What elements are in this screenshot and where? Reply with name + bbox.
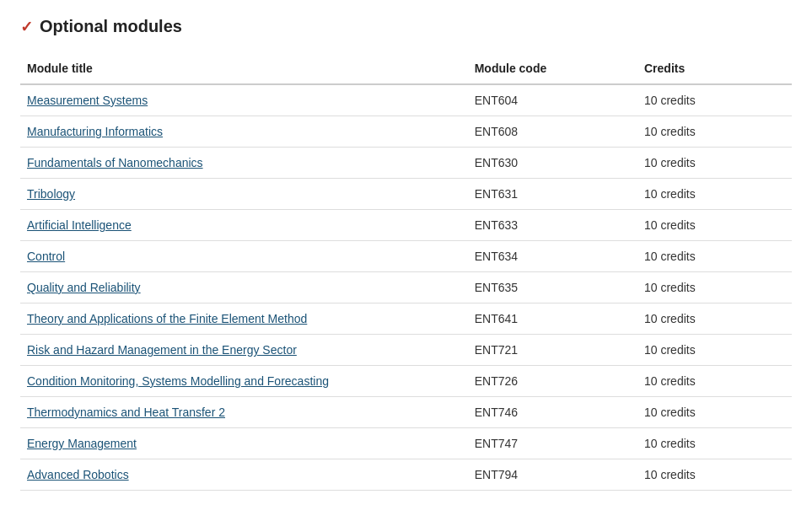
module-credits-cell: 10 credits — [637, 397, 792, 428]
module-code-cell: ENT631 — [468, 179, 637, 210]
module-credits-cell: 10 credits — [637, 335, 792, 366]
module-title-cell: Manufacturing Informatics — [20, 116, 468, 148]
module-title-link[interactable]: Condition Monitoring, Systems Modelling … — [27, 374, 329, 388]
column-header-code: Module code — [468, 53, 637, 84]
module-code-cell: ENT747 — [468, 428, 637, 459]
module-code-cell: ENT630 — [468, 148, 637, 179]
module-code-cell: ENT633 — [468, 210, 637, 241]
module-title-link[interactable]: Tribology — [27, 187, 75, 201]
module-title-link[interactable]: Measurement Systems — [27, 94, 148, 107]
module-title-cell: Thermodynamics and Heat Transfer 2 — [20, 397, 468, 428]
table-row: Fundamentals of NanomechanicsENT63010 cr… — [20, 148, 792, 179]
module-credits-cell: 10 credits — [637, 428, 792, 459]
module-title-cell: Control — [20, 241, 468, 272]
module-title-cell: Risk and Hazard Management in the Energy… — [20, 335, 468, 366]
module-title-link[interactable]: Theory and Applications of the Finite El… — [27, 312, 307, 325]
module-code-cell: ENT635 — [468, 272, 637, 303]
table-row: Theory and Applications of the Finite El… — [20, 303, 792, 335]
module-credits-cell: 10 credits — [637, 272, 792, 303]
table-row: Energy ManagementENT74710 credits — [20, 428, 792, 459]
module-code-cell: ENT746 — [468, 397, 637, 428]
module-title-link[interactable]: Fundamentals of Nanomechanics — [27, 156, 203, 169]
table-header-row: Module title Module code Credits — [20, 53, 792, 84]
module-title-cell: Energy Management — [20, 428, 468, 459]
module-credits-cell: 10 credits — [637, 303, 792, 335]
module-title-cell: Condition Monitoring, Systems Modelling … — [20, 366, 468, 397]
table-row: Quality and ReliabilityENT63510 credits — [20, 272, 792, 303]
module-credits-cell: 10 credits — [637, 459, 792, 491]
module-title-link[interactable]: Artificial Intelligence — [27, 218, 132, 232]
module-credits-cell: 10 credits — [637, 241, 792, 272]
module-code-cell: ENT726 — [468, 366, 637, 397]
module-title-cell: Quality and Reliability — [20, 272, 468, 303]
column-header-title: Module title — [20, 53, 468, 84]
module-credits-cell: 10 credits — [637, 366, 792, 397]
module-credits-cell: 10 credits — [637, 116, 792, 148]
module-code-cell: ENT721 — [468, 335, 637, 366]
module-credits-cell: 10 credits — [637, 210, 792, 241]
module-code-cell: ENT641 — [468, 303, 637, 335]
modules-table: Module title Module code Credits Measure… — [20, 53, 792, 491]
section-title: Optional modules — [40, 17, 182, 36]
module-title-cell: Fundamentals of Nanomechanics — [20, 148, 468, 179]
column-header-credits: Credits — [637, 53, 792, 84]
module-credits-cell: 10 credits — [637, 148, 792, 179]
table-row: Measurement SystemsENT60410 credits — [20, 84, 792, 116]
module-title-link[interactable]: Energy Management — [27, 437, 137, 450]
table-row: Artificial IntelligenceENT63310 credits — [20, 210, 792, 241]
module-code-cell: ENT608 — [468, 116, 637, 148]
table-row: Risk and Hazard Management in the Energy… — [20, 335, 792, 366]
table-row: TribologyENT63110 credits — [20, 179, 792, 210]
module-title-cell: Measurement Systems — [20, 84, 468, 116]
table-row: Manufacturing InformaticsENT60810 credit… — [20, 116, 792, 148]
module-title-link[interactable]: Manufacturing Informatics — [27, 125, 163, 138]
section-header: ✓ Optional modules — [20, 17, 792, 36]
table-row: ControlENT63410 credits — [20, 241, 792, 272]
module-title-link[interactable]: Advanced Robotics — [27, 468, 129, 481]
table-row: Thermodynamics and Heat Transfer 2ENT746… — [20, 397, 792, 428]
module-code-cell: ENT604 — [468, 84, 637, 116]
chevron-down-icon[interactable]: ✓ — [20, 18, 33, 36]
module-title-cell: Artificial Intelligence — [20, 210, 468, 241]
module-credits-cell: 10 credits — [637, 179, 792, 210]
module-title-link[interactable]: Control — [27, 250, 65, 263]
module-title-cell: Tribology — [20, 179, 468, 210]
table-row: Condition Monitoring, Systems Modelling … — [20, 366, 792, 397]
module-title-cell: Theory and Applications of the Finite El… — [20, 303, 468, 335]
module-credits-cell: 10 credits — [637, 84, 792, 116]
module-title-link[interactable]: Risk and Hazard Management in the Energy… — [27, 343, 297, 357]
module-title-cell: Advanced Robotics — [20, 459, 468, 491]
table-row: Advanced RoboticsENT79410 credits — [20, 459, 792, 491]
module-title-link[interactable]: Thermodynamics and Heat Transfer 2 — [27, 406, 225, 419]
module-code-cell: ENT794 — [468, 459, 637, 491]
module-title-link[interactable]: Quality and Reliability — [27, 281, 141, 294]
module-code-cell: ENT634 — [468, 241, 637, 272]
